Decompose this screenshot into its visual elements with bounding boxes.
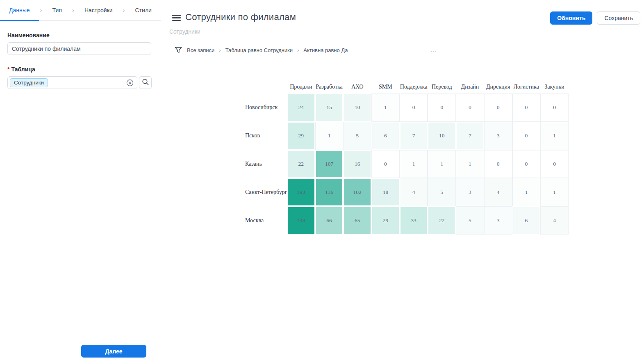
heatmap-cell[interactable]: 0 — [371, 150, 400, 178]
heatmap-cell[interactable]: 1 — [540, 122, 569, 150]
heatmap-cell[interactable]: 1 — [456, 150, 484, 178]
heatmap: ПродажиРазработкаАХОSMMПоддержкаПереводД… — [244, 80, 569, 235]
search-button[interactable] — [139, 76, 152, 89]
heatmap-cell[interactable]: 0 — [484, 150, 512, 178]
heatmap-cell[interactable]: 29 — [371, 206, 400, 235]
heatmap-cell[interactable]: 18 — [371, 178, 400, 206]
filter-more-button[interactable]: ... — [430, 47, 437, 53]
filter-item-active[interactable]: Активна равно Да — [303, 47, 348, 53]
name-field-label: Наименование — [7, 32, 153, 39]
heatmap-cell[interactable]: 102 — [343, 178, 371, 206]
heatmap-cell[interactable]: 0 — [456, 93, 484, 122]
chevron-right-icon: › — [72, 7, 74, 14]
heatmap-cell[interactable]: 198 — [287, 206, 315, 235]
heatmap-cell[interactable]: 5 — [456, 206, 484, 235]
heatmap-cell[interactable]: 107 — [315, 150, 344, 178]
heatmap-cell[interactable]: 0 — [540, 150, 569, 178]
header-actions: Обновить Сохранить — [550, 11, 640, 25]
preview-panel: Сотрудники по филиалам Сотрудники Обнови… — [162, 0, 644, 360]
heatmap-cell[interactable]: 3 — [484, 206, 512, 235]
menu-icon[interactable] — [172, 15, 181, 21]
table-input[interactable]: Сотрудники — [7, 76, 137, 89]
heatmap-col-header: АХО — [343, 80, 371, 93]
heatmap-cell[interactable]: 1 — [540, 178, 569, 206]
next-button[interactable]: Далее — [81, 345, 146, 358]
heatmap-cell[interactable]: 7 — [400, 122, 428, 150]
heatmap-row-label: Псков — [244, 122, 287, 150]
heatmap-cell[interactable]: 4 — [400, 178, 428, 206]
chevron-right-icon: › — [123, 7, 125, 14]
heatmap-col-header: Поддержка — [400, 80, 428, 93]
sidebar-footer: Далее — [0, 339, 161, 360]
refresh-button[interactable]: Обновить — [550, 11, 592, 25]
name-input[interactable] — [7, 42, 151, 55]
heatmap-cell[interactable]: 1 — [400, 150, 428, 178]
heatmap-cell[interactable]: 16 — [343, 150, 371, 178]
heatmap-corner — [244, 80, 287, 93]
heatmap-cell[interactable]: 0 — [400, 93, 428, 122]
heatmap-cell[interactable]: 0 — [484, 93, 512, 122]
heatmap-cell[interactable]: 10 — [343, 93, 371, 122]
heatmap-cell[interactable]: 29 — [287, 122, 315, 150]
required-mark: * — [7, 66, 9, 73]
chevron-right-icon: › — [219, 47, 221, 53]
filter-icon[interactable] — [174, 46, 182, 54]
heatmap-row-label: Москва — [244, 206, 287, 235]
heatmap-cell[interactable]: 0 — [512, 150, 541, 178]
heatmap-cell[interactable]: 136 — [315, 178, 344, 206]
search-icon — [142, 78, 149, 87]
heatmap-row-label: Казань — [244, 150, 287, 178]
heatmap-cell[interactable]: 3 — [484, 122, 512, 150]
active-tab-underline — [0, 20, 39, 21]
heatmap-cell[interactable]: 1 — [371, 93, 400, 122]
heatmap-cell[interactable]: 4 — [540, 206, 569, 235]
heatmap-cell[interactable]: 10 — [428, 122, 456, 150]
table-field-label: *Таблица — [7, 66, 153, 73]
heatmap-col-header: Дирекция — [484, 80, 512, 93]
page-subtitle: Сотрудники — [169, 28, 200, 35]
tab-settings[interactable]: Настройки — [84, 7, 113, 14]
save-button[interactable]: Сохранить — [597, 11, 640, 25]
heatmap-cell[interactable]: 0 — [540, 93, 569, 122]
heatmap-cell[interactable]: 24 — [287, 93, 315, 122]
table-chip[interactable]: Сотрудники — [10, 78, 48, 87]
filter-bar: Все записи › Таблица равно Сотрудники › … — [174, 46, 348, 54]
heatmap-cell[interactable]: 3 — [456, 178, 484, 206]
clear-icon[interactable] — [126, 79, 134, 87]
heatmap-col-header: Разработка — [315, 80, 344, 93]
heatmap-cell[interactable]: 33 — [400, 206, 428, 235]
tab-styles[interactable]: Стили — [135, 7, 152, 14]
heatmap-cell[interactable]: 5 — [343, 122, 371, 150]
heatmap-cell[interactable]: 193 — [287, 178, 315, 206]
heatmap-cell[interactable]: 7 — [456, 122, 484, 150]
filter-item-table[interactable]: Таблица равно Сотрудники — [225, 47, 293, 53]
heatmap-cell[interactable]: 1 — [315, 122, 344, 150]
heatmap-cell[interactable]: 4 — [484, 178, 512, 206]
heatmap-cell[interactable]: 5 — [428, 178, 456, 206]
heatmap-col-header: Закупки — [540, 80, 569, 93]
settings-sidebar: Данные › Тип › Настройки › Стили Наимено… — [0, 0, 161, 360]
heatmap-cell[interactable]: 66 — [315, 206, 344, 235]
filter-item-all-records[interactable]: Все записи — [187, 47, 214, 53]
heatmap-col-header: Перевод — [428, 80, 456, 93]
heatmap-col-header: Дизайн — [456, 80, 484, 93]
heatmap-cell[interactable]: 1 — [428, 150, 456, 178]
tab-data[interactable]: Данные — [9, 7, 30, 14]
heatmap-cell[interactable]: 0 — [512, 122, 541, 150]
heatmap-cell[interactable]: 6 — [371, 122, 400, 150]
heatmap-col-header: Логистика — [512, 80, 541, 93]
chevron-right-icon: › — [297, 47, 299, 53]
heatmap-cell[interactable]: 6 — [512, 206, 541, 235]
heatmap-cell[interactable]: 65 — [343, 206, 371, 235]
heatmap-cell[interactable]: 0 — [428, 93, 456, 122]
tab-type[interactable]: Тип — [52, 7, 62, 14]
widget-form: Наименование *Таблица Сотрудники — [0, 32, 161, 89]
heatmap-cell[interactable]: 0 — [512, 93, 541, 122]
heatmap-col-header: SMM — [371, 80, 400, 93]
heatmap-cell[interactable]: 1 — [512, 178, 541, 206]
heatmap-cell[interactable]: 22 — [287, 150, 315, 178]
heatmap-col-header: Продажи — [287, 80, 315, 93]
wizard-tabs: Данные › Тип › Настройки › Стили — [0, 0, 161, 21]
heatmap-cell[interactable]: 22 — [428, 206, 456, 235]
heatmap-cell[interactable]: 15 — [315, 93, 344, 122]
